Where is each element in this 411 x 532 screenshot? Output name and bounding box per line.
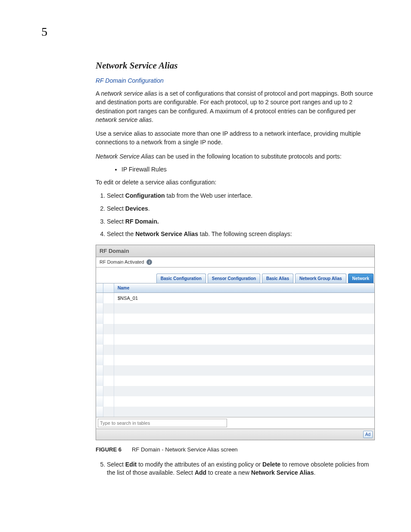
row-selector-header[interactable] bbox=[96, 283, 103, 292]
figure-caption-text: RF Domain - Network Service Alias screen bbox=[132, 446, 238, 453]
text: Select the bbox=[107, 230, 135, 237]
tab-network[interactable]: Network bbox=[348, 274, 374, 283]
column-header-name[interactable]: Name bbox=[114, 283, 374, 292]
term-network-service-alias: network service alias bbox=[96, 116, 152, 123]
figure-number: FIGURE 6 bbox=[96, 446, 121, 453]
row-expand[interactable] bbox=[103, 324, 114, 334]
row-expand[interactable] bbox=[103, 376, 114, 386]
text: . bbox=[152, 116, 153, 123]
table-row[interactable] bbox=[96, 334, 374, 345]
status-text: RF Domain Activated bbox=[100, 259, 144, 264]
table-row[interactable] bbox=[96, 324, 374, 334]
keyword-rf-domain: RF Domain. bbox=[125, 218, 159, 225]
row-selector[interactable] bbox=[96, 407, 103, 417]
text: Select bbox=[107, 205, 125, 212]
table-row[interactable] bbox=[96, 365, 374, 376]
text: tab from the Web user interface. bbox=[165, 192, 253, 199]
row-selector[interactable] bbox=[96, 396, 103, 407]
panel-toolbar: Ad bbox=[96, 429, 374, 440]
table-row[interactable] bbox=[96, 345, 374, 355]
subhead-link[interactable]: RF Domain Configuration bbox=[96, 77, 377, 84]
text: to modify the attributes of an existing … bbox=[137, 461, 262, 468]
grid-footer bbox=[96, 417, 374, 429]
row-expand[interactable] bbox=[103, 293, 114, 303]
grid-body: $NSA_01 bbox=[96, 293, 374, 417]
row-expand[interactable] bbox=[103, 386, 114, 396]
row-selector[interactable] bbox=[96, 365, 103, 376]
row-selector[interactable] bbox=[96, 355, 103, 365]
keyword-add: Add bbox=[195, 469, 206, 476]
text: A bbox=[96, 90, 101, 97]
keyword-devices: Devices bbox=[125, 205, 148, 212]
keyword-delete: Delete bbox=[262, 461, 280, 468]
table-row[interactable] bbox=[96, 376, 374, 386]
row-expand[interactable] bbox=[103, 396, 114, 407]
rf-domain-panel: RF Domain RF Domain Activated i Basic Co… bbox=[96, 245, 375, 440]
info-icon[interactable]: i bbox=[146, 259, 152, 265]
text: Select bbox=[107, 461, 125, 468]
row-expand[interactable] bbox=[103, 345, 114, 355]
table-row[interactable] bbox=[96, 314, 374, 324]
keyword-network-service-alias: Network Service Alias bbox=[135, 230, 198, 237]
panel-status-bar: RF Domain Activated i bbox=[96, 257, 374, 268]
text: to create a new bbox=[206, 469, 251, 476]
data-grid: Name $NSA_01 bbox=[96, 283, 374, 429]
row-expand[interactable] bbox=[103, 303, 114, 314]
table-row[interactable] bbox=[96, 407, 374, 417]
step-1: Select Configuration tab from the Web us… bbox=[107, 192, 377, 200]
tab-basic-configuration[interactable]: Basic Configuration bbox=[156, 274, 206, 283]
bullet-list: IP Firewall Rules bbox=[96, 166, 377, 173]
table-row[interactable] bbox=[96, 355, 374, 365]
row-expand[interactable] bbox=[103, 407, 114, 417]
step-3: Select RF Domain. bbox=[107, 218, 377, 226]
paragraph-4: To edit or delete a service alias config… bbox=[96, 178, 377, 187]
tab-basic-alias[interactable]: Basic Alias bbox=[262, 274, 293, 283]
table-row[interactable] bbox=[96, 396, 374, 407]
row-expand[interactable] bbox=[103, 365, 114, 376]
section-heading: Network Service Alias bbox=[96, 60, 377, 71]
row-expand[interactable] bbox=[103, 314, 114, 324]
row-expand[interactable] bbox=[103, 334, 114, 345]
add-button[interactable]: Ad bbox=[363, 431, 373, 438]
row-expand-header[interactable] bbox=[103, 283, 114, 292]
text: . bbox=[148, 205, 150, 212]
row-selector[interactable] bbox=[96, 376, 103, 386]
bullet-item: IP Firewall Rules bbox=[121, 166, 377, 173]
paragraph-3: Network Service Alias can be used in the… bbox=[96, 152, 377, 161]
table-row[interactable] bbox=[96, 303, 374, 314]
row-selector[interactable] bbox=[96, 334, 103, 345]
step-4: Select the Network Service Alias tab. Th… bbox=[107, 230, 377, 239]
step-5: Select Edit to modify the attributes of … bbox=[107, 460, 377, 477]
tab-row: Basic Configuration Sensor Configuration… bbox=[96, 268, 374, 283]
main-content: Network Service Alias RF Domain Configur… bbox=[96, 60, 377, 477]
figure-caption: FIGURE 6RF Domain - Network Service Alia… bbox=[96, 446, 377, 453]
keyword-configuration: Configuration bbox=[125, 192, 165, 199]
text: tab. The following screen displays: bbox=[198, 230, 292, 237]
row-selector[interactable] bbox=[96, 345, 103, 355]
row-selector[interactable] bbox=[96, 314, 103, 324]
text: . bbox=[314, 469, 315, 476]
search-input[interactable] bbox=[98, 419, 227, 427]
keyword-network-service-alias: Network Service Alias bbox=[251, 469, 314, 476]
paragraph-2: Use a service alias to associate more th… bbox=[96, 129, 377, 147]
row-expand[interactable] bbox=[103, 355, 114, 365]
text: Select bbox=[107, 218, 125, 225]
page-number: 5 bbox=[41, 25, 47, 39]
row-selector[interactable] bbox=[96, 293, 103, 303]
row-selector[interactable] bbox=[96, 303, 103, 314]
text: Select bbox=[107, 192, 125, 199]
grid-header: Name bbox=[96, 283, 374, 293]
step-2: Select Devices. bbox=[107, 205, 377, 213]
tab-network-group-alias[interactable]: Network Group Alias bbox=[295, 274, 346, 283]
steps-list-1: Select Configuration tab from the Web us… bbox=[96, 192, 377, 238]
table-row[interactable]: $NSA_01 bbox=[96, 293, 374, 303]
row-selector[interactable] bbox=[96, 324, 103, 334]
table-row[interactable] bbox=[96, 386, 374, 396]
text: can be used in the following location to… bbox=[154, 153, 342, 160]
paragraph-1: A network service alias is a set of conf… bbox=[96, 89, 377, 124]
term-network-service-alias: Network Service Alias bbox=[96, 153, 154, 160]
keyword-edit: Edit bbox=[125, 461, 137, 468]
term-network-service-alias: network service alias bbox=[101, 90, 157, 97]
row-selector[interactable] bbox=[96, 386, 103, 396]
tab-sensor-configuration[interactable]: Sensor Configuration bbox=[208, 274, 260, 283]
